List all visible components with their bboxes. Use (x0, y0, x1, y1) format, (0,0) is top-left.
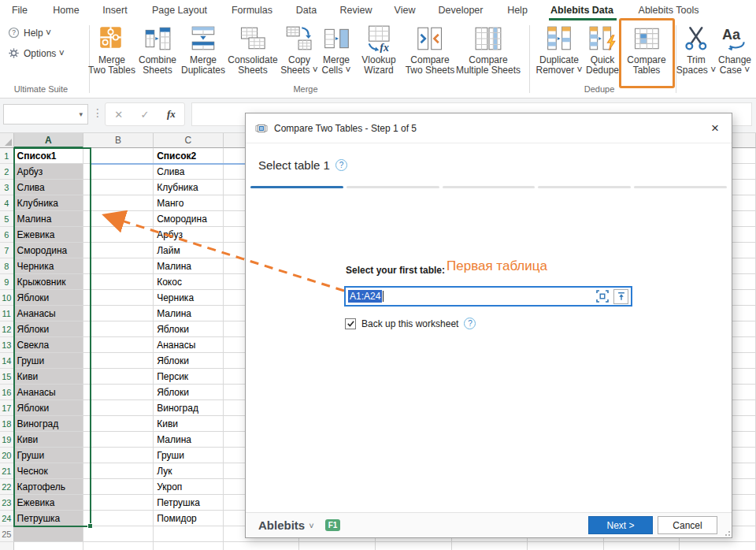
cell[interactable]: Груши (14, 448, 83, 463)
column-header-C[interactable]: C (154, 133, 223, 148)
combine-sheets-button[interactable]: Combine Sheets (139, 24, 176, 76)
cell[interactable]: Свекла (14, 337, 83, 353)
tab-file[interactable]: File (12, 5, 28, 16)
row-header[interactable]: 7 (0, 243, 14, 258)
cell[interactable] (83, 526, 154, 542)
cell[interactable] (83, 448, 154, 463)
cell[interactable] (528, 542, 604, 550)
cell[interactable]: Яблоки (14, 290, 83, 306)
cell[interactable] (83, 195, 154, 211)
row-header[interactable]: 25 (0, 526, 14, 542)
cell[interactable]: Петрушка (154, 495, 223, 511)
merge-cells-button[interactable]: Merge Cells ˅ (321, 24, 350, 76)
row-header[interactable]: 24 (0, 511, 14, 526)
cell[interactable] (299, 542, 376, 550)
cell[interactable]: Яблоки (154, 353, 223, 369)
cell[interactable]: Клубника (14, 195, 83, 211)
row-header[interactable]: 2 (0, 164, 14, 180)
row-header[interactable]: 22 (0, 479, 14, 495)
row-header[interactable]: 14 (0, 353, 14, 369)
cell[interactable]: Смородина (14, 243, 83, 258)
cell[interactable]: Персик (154, 369, 223, 385)
merge-two-tables-button[interactable]: Merge Two Tables (88, 24, 135, 76)
tab-home[interactable]: Home (53, 5, 79, 16)
cell[interactable]: Киви (14, 432, 83, 448)
tab-view[interactable]: View (395, 5, 416, 16)
backup-checkbox[interactable] (345, 318, 356, 329)
cell[interactable] (83, 495, 154, 511)
cell[interactable] (83, 321, 154, 337)
change-case-button[interactable]: Aa Change Case ˅ (718, 24, 751, 76)
row-header[interactable]: 1 (0, 148, 14, 164)
cell[interactable]: Укроп (154, 479, 223, 495)
cell[interactable]: Ежевика (14, 495, 83, 511)
row-header[interactable]: 9 (0, 274, 14, 290)
row-header[interactable]: 11 (0, 306, 14, 321)
cell[interactable]: Малина (154, 432, 223, 448)
range-input[interactable]: A1:A24 (344, 286, 632, 307)
tab-insert[interactable]: Insert (102, 5, 127, 16)
row-header[interactable]: 21 (0, 463, 14, 479)
ablebits-menu[interactable]: Ablebits ˅ (258, 518, 314, 532)
cell[interactable]: Ананасы (14, 385, 83, 400)
help-button[interactable]: ? Help ˅ (8, 27, 51, 39)
row-header[interactable]: 5 (0, 211, 14, 227)
cell[interactable] (604, 542, 680, 550)
cell[interactable]: Черника (14, 258, 83, 274)
cell[interactable] (83, 385, 154, 400)
tab-data[interactable]: Data (296, 5, 317, 16)
cell[interactable]: Яблоки (154, 385, 223, 400)
compare-two-sheets-button[interactable]: Compare Two Sheets (406, 24, 455, 76)
name-box-dropdown-icon[interactable]: ▾ (79, 110, 83, 118)
cell[interactable] (83, 369, 154, 385)
cell[interactable]: Виноград (14, 416, 83, 432)
row-header[interactable]: 10 (0, 290, 14, 306)
cell[interactable]: Лайм (154, 243, 223, 258)
column-header-B[interactable]: B (83, 133, 154, 148)
cell[interactable]: Груши (14, 353, 83, 369)
cell[interactable] (83, 511, 154, 526)
cell[interactable] (83, 243, 154, 258)
consolidate-sheets-button[interactable]: Consolidate Sheets (228, 24, 277, 76)
cell[interactable] (83, 479, 154, 495)
cell[interactable] (83, 432, 154, 448)
quick-dedupe-button[interactable]: Quick Dedupe (586, 24, 619, 76)
cell[interactable]: Ананасы (154, 337, 223, 353)
cell[interactable]: Яблоки (14, 321, 83, 337)
tab-review[interactable]: Review (340, 5, 372, 16)
cancel-button[interactable]: Cancel (658, 516, 717, 534)
cell[interactable]: Ананасы (14, 306, 83, 321)
row-header[interactable]: 6 (0, 227, 14, 243)
select-range-icon[interactable] (595, 289, 610, 304)
cell[interactable]: Картофель (14, 479, 83, 495)
help-circle-icon[interactable]: ? (335, 159, 347, 171)
cell[interactable]: Малина (14, 211, 83, 227)
cell[interactable]: Крыжовник (14, 274, 83, 290)
tab-developer[interactable]: Developer (439, 5, 484, 16)
cell[interactable]: Арбуз (14, 164, 83, 180)
cell[interactable] (83, 306, 154, 321)
cancel-entry-icon[interactable]: ✕ (114, 109, 123, 121)
backup-checkbox-row[interactable]: Back up this worksheet ? (345, 318, 476, 329)
cell[interactable]: Смородина (154, 211, 223, 227)
row-header[interactable]: 19 (0, 432, 14, 448)
row-header[interactable]: 8 (0, 258, 14, 274)
cell[interactable]: Помидор (154, 511, 223, 526)
cell[interactable]: Слива (154, 164, 223, 180)
next-button[interactable]: Next > (588, 516, 653, 534)
close-icon[interactable]: × (708, 120, 722, 136)
row-header[interactable]: 13 (0, 337, 14, 353)
cell[interactable] (154, 526, 223, 542)
cell[interactable]: Яблоки (154, 321, 223, 337)
row-header[interactable]: 23 (0, 495, 14, 511)
vlookup-wizard-button[interactable]: fx Vlookup Wizard (361, 24, 395, 76)
row-header[interactable]: 16 (0, 385, 14, 400)
cell[interactable] (83, 148, 154, 164)
row-header[interactable]: 20 (0, 448, 14, 463)
column-header-A[interactable]: A (14, 133, 83, 148)
cell[interactable]: Виноград (154, 400, 223, 416)
row-header[interactable]: 12 (0, 321, 14, 337)
tab-ablebits-data[interactable]: Ablebits Data (550, 5, 613, 16)
collapse-dialog-icon[interactable] (613, 289, 628, 304)
tab-page-layout[interactable]: Page Layout (152, 5, 207, 16)
